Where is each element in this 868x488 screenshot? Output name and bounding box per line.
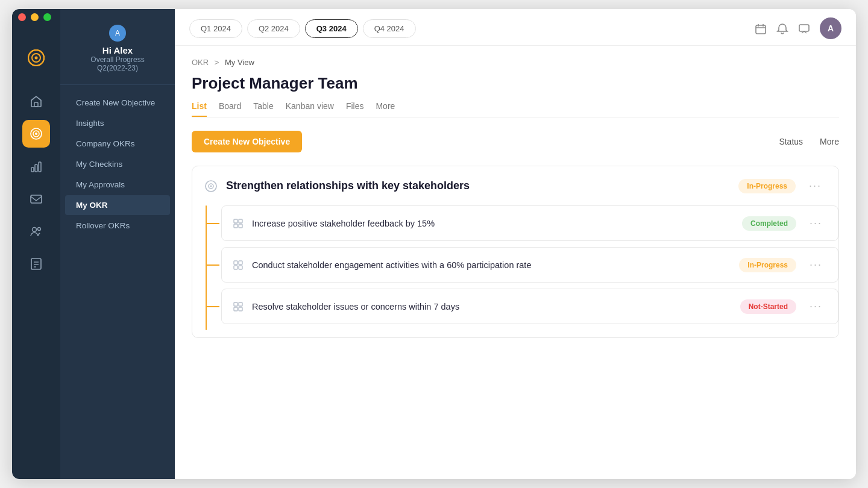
sidebar-nav: Create New ObjectiveInsightsCompany OKRs… bbox=[60, 92, 175, 236]
sidebar-user-profile: A Hi Alex Overall Progress Q2(2022-23) bbox=[60, 19, 175, 85]
key-result-title: Resolve stakeholder issues or concerns w… bbox=[252, 302, 732, 311]
key-result-item: Conduct stakeholder engagement activitie… bbox=[221, 247, 838, 283]
svg-rect-26 bbox=[234, 224, 237, 228]
svg-point-2 bbox=[35, 57, 38, 60]
traffic-light-red[interactable] bbox=[18, 13, 26, 21]
more-label[interactable]: More bbox=[820, 137, 839, 146]
create-objective-button[interactable]: Create New Objective bbox=[192, 131, 302, 152]
key-result-more-button[interactable]: ··· bbox=[805, 298, 827, 315]
sidebar-user-period: Q2(2022-23) bbox=[70, 64, 165, 72]
content-area: OKR > My View Project Manager Team ListB… bbox=[175, 46, 856, 479]
key-result-status-badge: In-Progress bbox=[739, 258, 796, 272]
sidebar-nav-item-my-checkins[interactable]: My Checkins bbox=[65, 154, 170, 174]
app-window: A Hi Alex Overall Progress Q2(2022-23) C… bbox=[12, 9, 856, 479]
quarter-tab-q1-2024[interactable]: Q1 2024 bbox=[189, 19, 242, 38]
view-tabs: ListBoardTableKanban viewFilesMore bbox=[192, 101, 839, 117]
objective-header: Strengthen relationships with key stakeh… bbox=[192, 166, 838, 205]
key-result-status-badge: Not-Started bbox=[740, 299, 796, 314]
key-result-item: Increase positive stakeholder feedback b… bbox=[221, 205, 838, 241]
key-result-status-badge: Completed bbox=[742, 216, 796, 231]
svg-rect-17 bbox=[756, 25, 766, 34]
objective-title: Strengthen relationships with key stakeh… bbox=[226, 180, 730, 192]
nav-icon-home[interactable] bbox=[22, 87, 50, 115]
sidebar-nav-item-insights[interactable]: Insights bbox=[65, 113, 170, 133]
quarter-tab-q3-2024[interactable]: Q3 2024 bbox=[305, 19, 358, 38]
svg-rect-31 bbox=[239, 266, 242, 269]
icon-bar bbox=[12, 9, 60, 479]
view-tab-more[interactable]: More bbox=[376, 101, 395, 117]
view-tab-board[interactable]: Board bbox=[219, 101, 241, 117]
objective-icon bbox=[204, 179, 218, 193]
objective-card: Strengthen relationships with key stakeh… bbox=[192, 166, 839, 338]
status-label: Status bbox=[779, 137, 803, 146]
svg-point-6 bbox=[35, 133, 37, 135]
breadcrumb-current: My View bbox=[225, 58, 254, 67]
svg-rect-7 bbox=[31, 167, 34, 172]
view-tab-table[interactable]: Table bbox=[253, 101, 273, 117]
sidebar-nav-item-rollover-okrs[interactable]: Rollover OKRs bbox=[65, 216, 170, 236]
key-result-more-button[interactable]: ··· bbox=[805, 256, 827, 274]
svg-rect-3 bbox=[34, 102, 38, 107]
svg-rect-20 bbox=[799, 25, 809, 31]
nav-icon-team[interactable] bbox=[22, 217, 50, 245]
toolbar-right: Status More bbox=[779, 137, 839, 146]
view-tab-files[interactable]: Files bbox=[346, 101, 364, 117]
nav-icon-chart[interactable] bbox=[22, 152, 50, 180]
svg-rect-33 bbox=[239, 302, 242, 306]
status-badge: In-Progress bbox=[738, 179, 796, 193]
svg-rect-28 bbox=[234, 261, 237, 264]
sidebar-nav-item-my-approvals[interactable]: My Approvals bbox=[65, 175, 170, 195]
key-results-list: Increase positive stakeholder feedback b… bbox=[192, 205, 838, 337]
key-result-icon bbox=[233, 217, 244, 230]
view-tab-kanban-view[interactable]: Kanban view bbox=[286, 101, 334, 117]
objectives-list: Strengthen relationships with key stakeh… bbox=[192, 166, 839, 338]
nav-icon-target[interactable] bbox=[22, 120, 50, 148]
kr-connector-line bbox=[206, 205, 207, 330]
key-result-icon bbox=[233, 301, 244, 313]
svg-rect-9 bbox=[39, 162, 41, 172]
quarter-tab-q4-2024[interactable]: Q4 2024 bbox=[363, 19, 416, 38]
svg-rect-30 bbox=[234, 266, 237, 269]
user-avatar[interactable]: A bbox=[820, 17, 841, 39]
svg-point-12 bbox=[38, 228, 41, 231]
view-tab-list[interactable]: List bbox=[192, 101, 207, 117]
topbar-icons: A bbox=[755, 17, 841, 39]
svg-rect-25 bbox=[239, 219, 242, 223]
key-result-title: Conduct stakeholder engagement activitie… bbox=[252, 260, 731, 270]
objective-more-button[interactable]: ··· bbox=[804, 177, 826, 195]
message-icon[interactable] bbox=[798, 22, 810, 34]
page-title: Project Manager Team bbox=[192, 74, 839, 93]
svg-rect-34 bbox=[234, 307, 237, 311]
quarter-tab-q2-2024[interactable]: Q2 2024 bbox=[247, 19, 300, 38]
key-result-more-button[interactable]: ··· bbox=[805, 214, 827, 232]
svg-rect-29 bbox=[239, 261, 242, 264]
nav-icon-mail[interactable] bbox=[22, 185, 50, 213]
toolbar: Create New Objective Status More bbox=[192, 131, 839, 152]
key-result-icon bbox=[233, 259, 244, 271]
notification-icon[interactable] bbox=[776, 22, 788, 34]
sidebar-user-progress: Overall Progress bbox=[70, 55, 165, 64]
sidebar-nav-item-create-new-objective[interactable]: Create New Objective bbox=[65, 93, 170, 113]
breadcrumb-root[interactable]: OKR bbox=[192, 58, 209, 67]
avatar: A bbox=[109, 25, 126, 42]
nav-icon-report[interactable] bbox=[22, 250, 50, 278]
svg-rect-10 bbox=[31, 195, 42, 203]
svg-rect-35 bbox=[239, 307, 242, 311]
quarter-tabs: Q1 2024Q2 2024Q3 2024Q4 2024 bbox=[189, 19, 416, 38]
svg-point-23 bbox=[210, 186, 212, 187]
svg-rect-24 bbox=[234, 219, 237, 223]
svg-rect-13 bbox=[31, 258, 41, 269]
main-content: Q1 2024Q2 2024Q3 2024Q4 2024 bbox=[175, 9, 856, 479]
sidebar-nav-item-my-okr[interactable]: My OKR bbox=[65, 195, 170, 215]
svg-rect-32 bbox=[234, 302, 237, 306]
key-result-item: Resolve stakeholder issues or concerns w… bbox=[221, 289, 838, 324]
breadcrumb-separator: > bbox=[215, 58, 219, 67]
sidebar-nav-item-company-okrs[interactable]: Company OKRs bbox=[65, 134, 170, 154]
calendar-icon[interactable] bbox=[755, 22, 767, 34]
key-result-title: Increase positive stakeholder feedback b… bbox=[252, 219, 734, 228]
traffic-light-green[interactable] bbox=[43, 13, 51, 21]
svg-rect-27 bbox=[239, 224, 242, 228]
app-logo bbox=[24, 45, 49, 70]
svg-rect-8 bbox=[35, 164, 37, 172]
traffic-light-yellow[interactable] bbox=[31, 13, 39, 21]
